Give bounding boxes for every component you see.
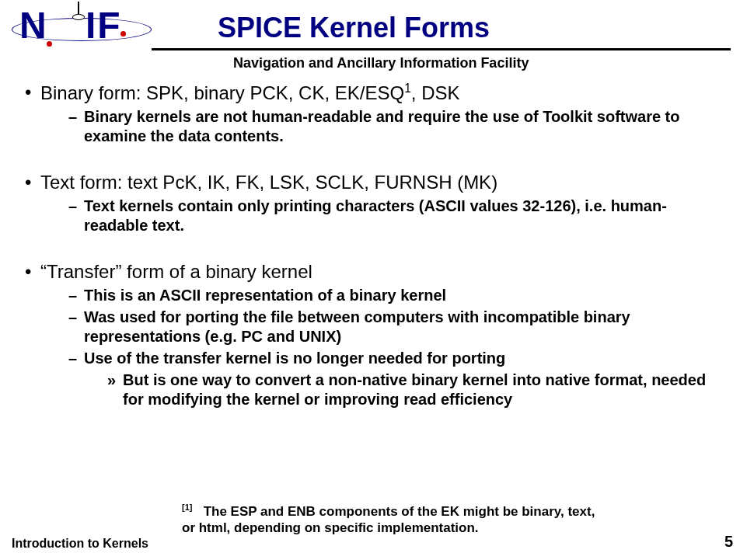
naif-logo: N IF xyxy=(12,4,152,50)
logo-letter-n: N xyxy=(19,4,48,47)
logo-letters-if: IF xyxy=(86,4,122,47)
bullet-binary-form: Binary form: SPK, binary PCK, CK, EK/ESQ… xyxy=(23,82,723,104)
slide-content: Binary form: SPK, binary PCK, CK, EK/ESQ… xyxy=(23,82,723,412)
bullet-text-form: Text form: text PcK, IK, FK, LSK, SCLK, … xyxy=(23,172,723,193)
subbullet-transfer-porting: Was used for porting the file between co… xyxy=(23,308,723,346)
footer-doc-title: Introduction to Kernels xyxy=(12,537,148,551)
bullet-transfer-form: “Transfer” form of a binary kernel xyxy=(23,261,723,283)
page-number: 5 xyxy=(724,533,733,551)
bullet-text: Binary form: SPK, binary PCK, CK, EK/ESQ xyxy=(40,82,404,103)
orbit-dot-icon xyxy=(47,41,52,47)
subbullet-transfer-ascii: This is an ASCII representation of a bin… xyxy=(23,286,723,305)
orbit-dot-icon xyxy=(120,31,126,37)
subbullet-transfer-noneed: Use of the transfer kernel is no longer … xyxy=(23,349,723,368)
footnote-text: The ESP and ENB components of the EK mig… xyxy=(182,504,595,535)
subbullet-text-desc: Text kernels contain only printing chara… xyxy=(23,197,723,235)
footnote-ref: [1] xyxy=(182,503,192,512)
bullet-text: , DSK xyxy=(411,82,460,103)
title-divider xyxy=(152,48,731,50)
probe-body-icon xyxy=(72,14,85,20)
subsubbullet-transfer-convert: But is one way to convert a non-native b… xyxy=(23,370,723,409)
subbullet-binary-desc: Binary kernels are not human-readable an… xyxy=(23,107,723,146)
slide-header: N IF SPICE Kernel Forms Navigation and A… xyxy=(0,0,747,70)
superscript-ref: 1 xyxy=(404,82,411,95)
footnote: [1] The ESP and ENB components of the EK… xyxy=(182,503,609,536)
slide-subtitle: Navigation and Ancillary Information Fac… xyxy=(233,55,529,71)
slide-title: SPICE Kernel Forms xyxy=(218,12,490,44)
